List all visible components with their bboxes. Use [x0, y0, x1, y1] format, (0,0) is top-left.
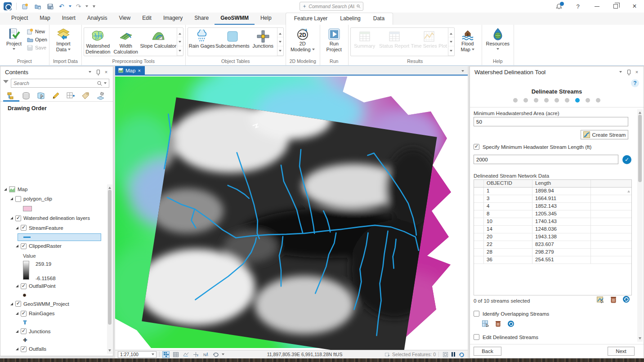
pin-icon[interactable] — [625, 68, 633, 76]
layer-checkbox[interactable] — [21, 346, 27, 352]
row-selector[interactable] — [474, 233, 484, 241]
polygon-symbol-swatch[interactable] — [23, 206, 32, 211]
tab-analysis[interactable]: Analysis — [81, 13, 113, 25]
step-dot-1[interactable] — [513, 98, 518, 103]
north-arrow-icon[interactable]: N — [202, 351, 209, 358]
command-search-box[interactable]: Command Search (Alt+Q) — [300, 2, 363, 11]
expand-icon[interactable] — [16, 348, 18, 350]
tab-edit[interactable]: Edit — [136, 13, 157, 25]
save-project-icon[interactable] — [46, 2, 54, 10]
tab-insert[interactable]: Insert — [56, 13, 81, 25]
create-stream-button[interactable]: Create Stream — [581, 130, 628, 139]
redo-dropdown-icon[interactable] — [85, 5, 88, 9]
scroll-up-icon[interactable] — [108, 185, 111, 189]
identify-overlapping-checkbox[interactable] — [474, 311, 479, 317]
identify-overlapping-row[interactable]: Identify Overlapping Streams — [474, 311, 549, 317]
scale-dropdown[interactable]: 1:27,100 — [118, 351, 157, 358]
expand-icon[interactable] — [10, 197, 13, 200]
row-selector[interactable] — [474, 195, 484, 202]
table-row[interactable]: 36 254.551 — [474, 256, 631, 264]
tab-geoswmm[interactable]: GeoSWMM — [215, 13, 255, 25]
specify-min-length-row[interactable]: Specify Minimum Headwater Stream Length … — [474, 144, 591, 150]
layer-item-outfalls[interactable]: Outfalls — [0, 344, 107, 354]
tool-help-icon[interactable]: ? — [631, 79, 639, 87]
table-row[interactable]: 20 1943.138 — [474, 233, 631, 241]
stream-feature-symbol-row[interactable] — [0, 233, 107, 241]
tab-project[interactable]: Project — [5, 13, 34, 25]
table-row[interactable]: 3 1664.911 — [474, 195, 631, 203]
row-selector[interactable] — [474, 210, 484, 218]
minimize-button[interactable] — [587, 0, 606, 13]
zoom-to-stream-icon[interactable] — [596, 295, 604, 303]
row-selector[interactable] — [474, 188, 484, 195]
tab-help[interactable]: Help — [255, 13, 277, 25]
scrollbar-thumb[interactable] — [108, 190, 112, 325]
column-length[interactable]: Length — [532, 180, 591, 187]
step-dot-4[interactable] — [544, 98, 549, 103]
row-selector[interactable] — [474, 256, 484, 264]
layer-item-map[interactable]: Map — [0, 184, 107, 194]
layer-checkbox[interactable] — [15, 301, 21, 307]
tab-drawing-order[interactable] — [6, 91, 17, 101]
table-row[interactable]: 22 823.607 — [474, 241, 631, 249]
pause-drawing-icon[interactable] — [452, 352, 455, 357]
layer-item-geoswmm-project[interactable]: GeoSWMM_Project — [0, 299, 107, 309]
min-length-input[interactable] — [474, 155, 618, 164]
refresh-overlapping-icon[interactable] — [507, 320, 514, 327]
2d-modeling-button[interactable]: 2D 2D Modeling — [288, 26, 318, 52]
expand-icon[interactable] — [16, 330, 18, 333]
save-button[interactable]: Save — [27, 44, 47, 51]
scroll-down-icon[interactable] — [639, 337, 641, 341]
tab-map[interactable]: Map — [34, 13, 56, 25]
refresh-map-icon[interactable] — [458, 351, 465, 358]
polygon-clip-symbol-row[interactable] — [0, 204, 107, 214]
layer-checkbox[interactable] — [15, 196, 21, 202]
edit-delineated-row[interactable]: Edit Delineated Streams — [474, 334, 538, 340]
undo-dropdown-icon[interactable] — [69, 5, 72, 9]
row-selector[interactable] — [474, 203, 484, 210]
layer-item-clipped-raster[interactable]: ClippedRaster — [0, 241, 107, 251]
status-report-button[interactable]: Status Report — [379, 28, 410, 56]
layer-checkbox[interactable] — [15, 215, 21, 221]
subcatchments-button[interactable]: Subcatchments — [216, 28, 249, 56]
expand-icon[interactable] — [16, 312, 18, 315]
tab-share[interactable]: Share — [188, 13, 215, 25]
filter-icon[interactable] — [3, 80, 9, 86]
open-button[interactable]: Open — [27, 36, 47, 43]
step-dot-6[interactable] — [565, 98, 569, 103]
expand-icon[interactable] — [16, 245, 18, 247]
scroll-down-icon[interactable] — [108, 349, 111, 353]
layer-item-watershed-group[interactable]: Watershed delineation layers — [0, 214, 107, 223]
new-button[interactable]: New — [27, 28, 47, 35]
layer-checkbox[interactable] — [21, 311, 27, 317]
outfall-symbol-row[interactable] — [0, 291, 107, 299]
scroll-up-icon[interactable] — [639, 110, 641, 114]
layer-item-polygon-clip[interactable]: polygon_clip — [0, 194, 107, 204]
table-row[interactable]: 4 1852.143 — [474, 203, 631, 210]
map-tab[interactable]: Map × — [115, 66, 145, 75]
junction-symbol[interactable]: ✚ — [23, 337, 27, 343]
pin-icon[interactable] — [94, 68, 102, 76]
junction-symbol-row[interactable]: ✚ — [0, 336, 107, 344]
width-calculation-button[interactable]: Width Calculation — [112, 28, 140, 56]
row-selector[interactable] — [474, 226, 484, 233]
expand-icon[interactable] — [16, 285, 18, 287]
min-area-input[interactable] — [474, 117, 628, 126]
search-input[interactable] — [13, 80, 95, 86]
layer-checkbox[interactable] — [21, 283, 27, 289]
tab-selection[interactable] — [36, 91, 46, 101]
open-project-icon[interactable] — [34, 2, 42, 10]
snapping-toggle-icon[interactable] — [162, 351, 170, 358]
resources-button[interactable]: Resources — [484, 26, 512, 51]
restore-button[interactable] — [606, 0, 625, 13]
specify-min-length-checkbox[interactable] — [474, 144, 479, 150]
layer-item-stream-feature[interactable]: StreamFeature — [0, 223, 107, 233]
layer-checkbox[interactable] — [21, 225, 27, 231]
layer-item-outfall-point[interactable]: OutfallPoint — [0, 282, 107, 291]
step-dot-3[interactable] — [534, 98, 538, 103]
help-icon[interactable]: ? — [568, 0, 587, 13]
map-canvas[interactable] — [115, 76, 468, 350]
watershed-delineation-button[interactable]: Watershed Delineation — [84, 28, 112, 56]
project-button[interactable]: Project — [2, 26, 26, 51]
close-panel-icon[interactable]: × — [102, 68, 110, 76]
